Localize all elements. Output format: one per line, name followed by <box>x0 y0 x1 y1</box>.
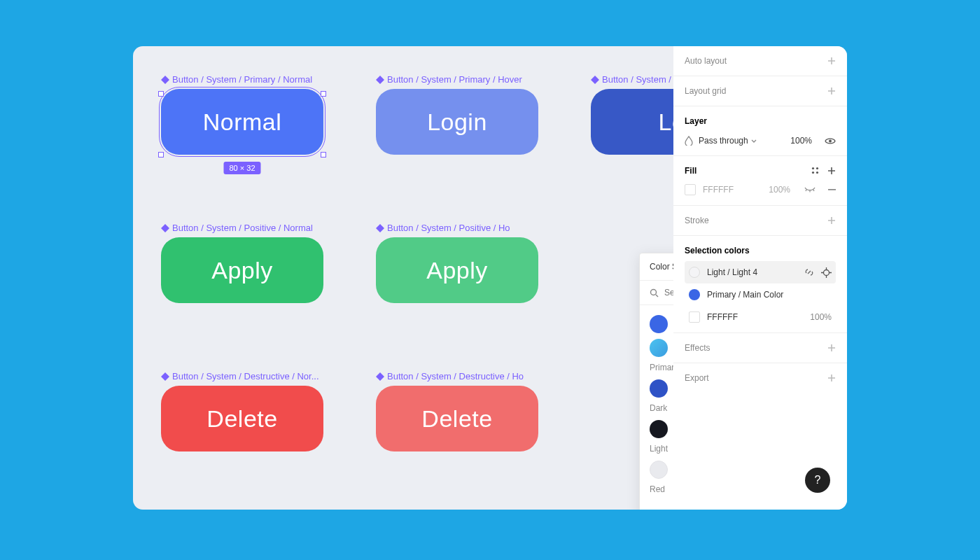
button-shape[interactable]: Apply <box>376 237 538 303</box>
selection-color-name: FFFFFF <box>707 312 803 322</box>
help-button[interactable]: ? <box>805 468 830 493</box>
color-swatch[interactable] <box>650 315 668 333</box>
component-label: Button / System / Positive / Ho <box>376 223 537 233</box>
fill-hex-value[interactable]: FFFFFF <box>703 185 734 195</box>
component-button[interactable]: Button / System / Primary / HoverLogin <box>376 74 538 155</box>
selection-color-row[interactable]: Primary / Main Color <box>685 284 836 306</box>
component-icon <box>591 76 599 84</box>
auto-layout-label: Auto layout <box>685 56 727 66</box>
button-shape[interactable]: Delete <box>376 386 538 451</box>
svg-point-9 <box>816 167 818 169</box>
color-swatch[interactable] <box>650 379 668 398</box>
effects-section-title: Effects <box>685 343 710 353</box>
detach-style-icon[interactable] <box>804 267 814 277</box>
visibility-icon[interactable] <box>825 137 836 145</box>
button-shape[interactable]: Normal <box>161 89 323 155</box>
fill-section-title: Fill <box>685 166 696 176</box>
fill-swatch[interactable] <box>685 184 696 195</box>
selection-colors-title: Selection colors <box>685 246 836 255</box>
component-icon <box>161 372 169 381</box>
style-picker-icon[interactable] <box>811 167 819 175</box>
button-shape[interactable]: Delete <box>161 386 323 451</box>
button-shape[interactable]: Login <box>376 89 538 155</box>
inspector-panel: Auto layout Layout grid Layer Pass throu… <box>673 46 847 510</box>
component-button[interactable]: Button / System / Positive / HoApply <box>376 223 538 303</box>
add-effect-icon[interactable] <box>827 344 836 352</box>
component-button[interactable]: Button / System / Destructive / Nor...De… <box>161 371 323 451</box>
component-icon <box>376 372 384 381</box>
fill-opacity-value[interactable]: 100% <box>769 185 790 195</box>
selection-color-row[interactable]: FFFFFF100% <box>685 306 836 328</box>
component-button[interactable]: Button / System / Positive / NormalApply <box>161 223 323 303</box>
color-swatch[interactable] <box>689 312 700 323</box>
color-swatch[interactable] <box>650 339 668 357</box>
component-icon <box>376 76 384 84</box>
component-label: Button / System / Positive / Normal <box>161 223 322 233</box>
add-layout-grid-icon[interactable] <box>827 87 836 95</box>
color-swatch[interactable] <box>689 267 700 278</box>
blend-mode-select[interactable]: Pass through <box>699 136 785 146</box>
component-label: Button / System / Destructive / Nor... <box>161 371 322 382</box>
layer-section-title: Layer <box>685 116 836 126</box>
selection-color-name: Primary / Main Color <box>707 290 832 300</box>
color-swatch[interactable] <box>650 420 668 438</box>
svg-point-11 <box>816 172 818 174</box>
resize-handle[interactable] <box>158 91 164 97</box>
button-shape[interactable]: Apply <box>161 237 323 303</box>
selection-color-row[interactable]: Light / Light 4 <box>685 261 836 284</box>
size-badge: 80 × 32 <box>223 162 260 174</box>
component-label: Button / System / Primary / Normal <box>161 74 322 85</box>
svg-point-7 <box>829 139 832 142</box>
component-icon <box>161 76 169 84</box>
blend-mode-icon[interactable] <box>685 136 693 146</box>
component-icon <box>161 224 169 232</box>
fill-hidden-icon[interactable] <box>804 187 816 192</box>
component-icon <box>376 224 384 232</box>
color-swatch[interactable] <box>650 461 668 479</box>
selection-color-name: Light / Light 4 <box>707 267 797 277</box>
add-export-icon[interactable] <box>827 374 836 382</box>
add-stroke-icon[interactable] <box>827 216 836 225</box>
component-label: Button / System / Primary / Hover <box>376 74 537 85</box>
svg-point-10 <box>812 172 814 174</box>
component-label: Button / System / Destructive / Ho <box>376 371 537 382</box>
resize-handle[interactable] <box>158 152 164 158</box>
layer-opacity-value[interactable]: 100% <box>790 136 812 146</box>
svg-point-8 <box>812 167 814 169</box>
svg-point-6 <box>651 289 657 295</box>
search-icon <box>650 288 659 298</box>
color-swatch[interactable] <box>689 289 700 300</box>
chevron-down-icon <box>751 139 757 143</box>
stroke-section-title: Stroke <box>685 216 709 225</box>
layout-grid-label: Layout grid <box>685 86 726 96</box>
export-section-title: Export <box>685 373 709 383</box>
design-canvas[interactable]: Button / System / Primary / NormalNormal… <box>133 46 847 510</box>
target-icon[interactable] <box>821 267 832 278</box>
svg-rect-12 <box>828 189 836 190</box>
selection-color-opacity: 100% <box>810 312 832 322</box>
component-button[interactable]: Button / System / Destructive / HoDelete <box>376 371 538 451</box>
add-auto-layout-icon[interactable] <box>827 57 836 65</box>
add-fill-icon[interactable] <box>827 167 836 175</box>
remove-fill-icon[interactable] <box>828 189 836 190</box>
svg-point-13 <box>824 270 830 275</box>
resize-handle[interactable] <box>321 152 326 158</box>
resize-handle[interactable] <box>321 91 326 97</box>
component-button[interactable]: Button / System / Primary / NormalNormal… <box>161 74 323 155</box>
